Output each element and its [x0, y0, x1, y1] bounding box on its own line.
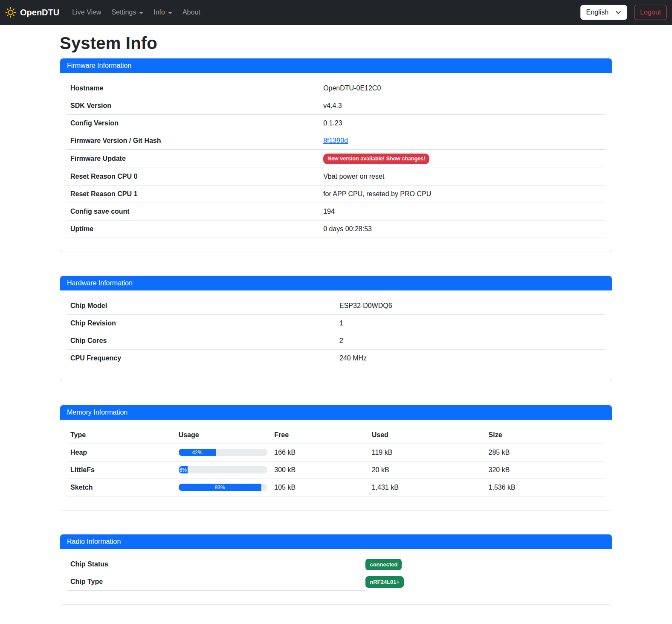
hardware-card-header: Hardware Information — [60, 276, 612, 290]
navbar: OpenDTU Live ViewSettingsInfoAbout Engli… — [0, 0, 672, 25]
git-hash-link[interactable]: 8f1390d — [323, 137, 348, 144]
free-value: 166 kB — [271, 444, 368, 461]
column-header: Free — [271, 427, 368, 444]
table-row: Chip Statusconnected — [67, 556, 605, 573]
nav-item-label: Settings — [111, 9, 136, 16]
table-row: Chip TypenRF24L01+ — [67, 573, 605, 591]
page-title: System Info — [60, 34, 612, 53]
memory-information-card: Memory Information TypeUsageFreeUsedSize… — [60, 405, 612, 511]
row-label: Chip Status — [67, 556, 365, 573]
table-row: Config save count194 — [67, 203, 605, 220]
table-row: LittleFs6%300 kB20 kB320 kB — [67, 461, 605, 479]
table-row: Reset Reason CPU 0Vbat power on reset — [67, 168, 605, 185]
language-select[interactable]: English — [580, 5, 627, 20]
logout-button[interactable]: Logout — [634, 5, 667, 20]
row-label: SDK Version — [67, 97, 320, 115]
language-select-value: English — [586, 9, 608, 16]
row-label: Heap — [67, 444, 175, 461]
row-value: New version available! Show changes! — [320, 150, 605, 168]
size-value: 320 kB — [485, 461, 605, 479]
table-row: Sketch93%105 kB1,431 kB1,536 kB — [67, 479, 605, 496]
row-value: v4.4.3 — [320, 97, 605, 115]
caret-down-icon — [168, 12, 172, 14]
usage-progress: 42% — [179, 449, 268, 456]
nav-item-settings[interactable]: Settings — [108, 5, 147, 20]
row-label: Config Version — [67, 115, 320, 132]
table-row: HostnameOpenDTU-0E12C0 — [67, 80, 605, 97]
row-value: 194 — [320, 203, 605, 220]
nav-item-live-view[interactable]: Live View — [69, 5, 104, 20]
row-label: Firmware Version / Git Hash — [67, 132, 320, 150]
size-value: 1,536 kB — [485, 479, 605, 496]
table-row: Chip Cores2 — [67, 332, 605, 349]
brand-link[interactable]: OpenDTU — [5, 7, 59, 18]
row-label: Reset Reason CPU 0 — [67, 168, 320, 185]
usage-cell: 6% — [175, 461, 271, 479]
table-row: Firmware Version / Git Hash8f1390d — [67, 132, 605, 150]
memory-card-body: TypeUsageFreeUsedSizeHeap42%166 kB119 kB… — [60, 420, 612, 510]
usage-progress-bar: 93% — [179, 484, 261, 491]
used-value: 20 kB — [368, 461, 485, 479]
nav-item-label: About — [182, 9, 200, 16]
chevron-down-icon — [615, 9, 621, 15]
table-header-row: TypeUsageFreeUsedSize — [67, 427, 605, 444]
hardware-information-card: Hardware Information Chip ModelESP32-D0W… — [60, 276, 612, 381]
row-label: Chip Model — [67, 297, 336, 315]
radio-information-card: Radio Information Chip StatusconnectedCh… — [60, 534, 612, 605]
memory-card-header: Memory Information — [60, 405, 612, 420]
usage-cell: 42% — [175, 444, 271, 461]
column-header: Size — [485, 427, 605, 444]
status-badge: connected — [365, 559, 402, 570]
row-label: Sketch — [67, 479, 175, 496]
row-value: 0.1.23 — [320, 115, 605, 132]
table-row: SDK Versionv4.4.3 — [67, 97, 605, 115]
row-label: Firmware Update — [67, 150, 320, 168]
nav-item-about[interactable]: About — [179, 5, 204, 20]
hardware-card-body: Chip ModelESP32-D0WDQ6Chip Revision1Chip… — [60, 290, 612, 381]
radio-card-header: Radio Information — [60, 534, 612, 549]
row-label: Config save count — [67, 203, 320, 220]
firmware-update-badge[interactable]: New version available! Show changes! — [323, 154, 429, 164]
row-value: 2 — [336, 332, 605, 349]
nav-item-label: Live View — [72, 9, 101, 16]
main-content: System Info Firmware Information Hostnam… — [60, 34, 612, 605]
row-value: 8f1390d — [320, 132, 605, 150]
usage-progress-bar: 42% — [179, 449, 216, 456]
row-label: Chip Type — [67, 573, 365, 591]
row-value: for APP CPU, reseted by PRO CPU — [320, 185, 605, 203]
row-label: Hostname — [67, 80, 320, 97]
usage-cell: 93% — [175, 479, 271, 496]
row-value: Vbat power on reset — [320, 168, 605, 185]
table-row: Config Version0.1.23 — [67, 115, 605, 132]
used-value: 1,431 kB — [368, 479, 485, 496]
hardware-table: Chip ModelESP32-D0WDQ6Chip Revision1Chip… — [67, 297, 605, 367]
row-label: Chip Cores — [67, 332, 336, 349]
status-badge: nRF24L01+ — [365, 576, 404, 588]
free-value: 300 kB — [271, 461, 368, 479]
size-value: 285 kB — [485, 444, 605, 461]
column-header: Type — [67, 427, 175, 444]
sun-icon — [5, 7, 16, 18]
table-row: Firmware UpdateNew version available! Sh… — [67, 150, 605, 168]
row-value: connected — [365, 559, 402, 570]
usage-progress-bar: 6% — [179, 466, 188, 473]
nav-menu: Live ViewSettingsInfoAbout — [67, 5, 206, 20]
row-label: Uptime — [67, 220, 320, 238]
radio-table: Chip StatusconnectedChip TypenRF24L01+ — [67, 556, 605, 591]
column-header: Used — [368, 427, 485, 444]
firmware-information-card: Firmware Information HostnameOpenDTU-0E1… — [60, 58, 612, 252]
row-value: 0 days 00:28:53 — [320, 220, 605, 238]
row-value: 240 MHz — [336, 349, 605, 367]
brand-label: OpenDTU — [20, 8, 59, 17]
usage-progress: 6% — [179, 466, 268, 473]
row-value: nRF24L01+ — [365, 576, 404, 588]
row-label: Chip Revision — [67, 314, 336, 332]
used-value: 119 kB — [368, 444, 485, 461]
free-value: 105 kB — [271, 479, 368, 496]
table-row: Reset Reason CPU 1for APP CPU, reseted b… — [67, 185, 605, 203]
firmware-card-body: HostnameOpenDTU-0E12C0SDK Versionv4.4.3C… — [60, 73, 612, 252]
row-value: OpenDTU-0E12C0 — [320, 80, 605, 97]
nav-item-info[interactable]: Info — [150, 5, 176, 20]
usage-progress: 93% — [179, 484, 268, 491]
row-label: Reset Reason CPU 1 — [67, 185, 320, 203]
